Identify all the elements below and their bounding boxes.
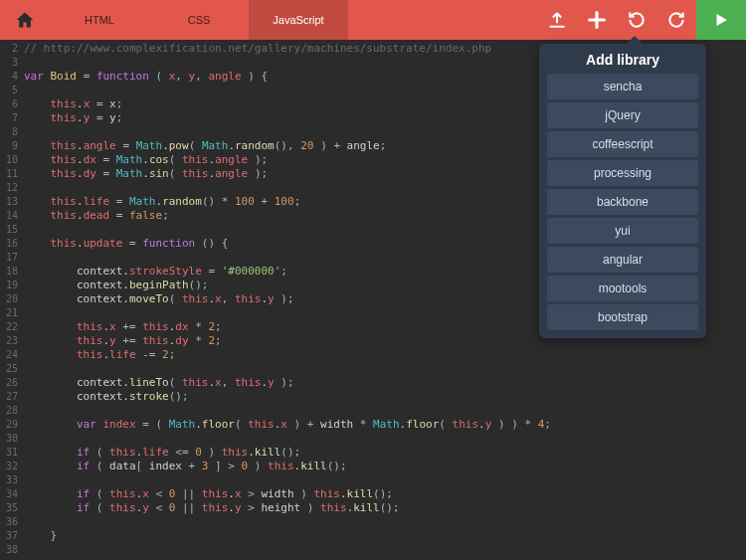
library-item-mootools[interactable]: mootools (547, 276, 698, 301)
add-library-popover: Add library senchajQuerycoffeescriptproc… (539, 44, 706, 338)
upload-button[interactable] (537, 0, 577, 40)
add-button[interactable] (577, 0, 617, 40)
library-item-sencha[interactable]: sencha (547, 74, 698, 99)
toolbar: HTML CSS JavaScript (0, 0, 746, 40)
redo-button[interactable] (656, 0, 696, 40)
library-item-angular[interactable]: angular (547, 247, 698, 273)
code-line[interactable]: if ( this.x < 0 || this.x > width ) this… (24, 487, 746, 501)
code-line[interactable] (24, 362, 746, 376)
undo-icon (627, 10, 647, 30)
redo-icon (666, 10, 686, 30)
code-line[interactable]: if ( this.life <= 0 ) this.kill(); (24, 446, 746, 460)
line-gutter: 2345678910111213141516171819202122232425… (0, 40, 22, 560)
code-line[interactable]: context.stroke(); (24, 390, 746, 404)
code-line[interactable]: } (24, 529, 746, 543)
code-line[interactable]: if ( data[ index + 3 ] > 0 ) this.kill()… (24, 460, 746, 473)
tabs: HTML CSS JavaScript (50, 0, 348, 40)
library-item-bootstrap[interactable]: bootstrap (547, 304, 698, 330)
plus-icon (586, 9, 608, 31)
code-line[interactable]: this.life -= 2; (24, 348, 746, 362)
play-icon (712, 11, 730, 29)
library-item-backbone[interactable]: backbone (547, 189, 698, 215)
popover-title: Add library (547, 52, 698, 68)
run-button[interactable] (696, 0, 746, 40)
toolbar-right (537, 0, 746, 40)
library-item-yui[interactable]: yui (547, 218, 698, 244)
library-item-jquery[interactable]: jQuery (547, 102, 698, 128)
library-item-processing[interactable]: processing (547, 160, 698, 186)
tab-javascript[interactable]: JavaScript (249, 0, 348, 40)
library-list: senchajQuerycoffeescriptprocessingbackbo… (547, 74, 698, 330)
code-line[interactable]: if ( this.y < 0 || this.y > height ) thi… (24, 501, 746, 515)
code-line[interactable] (24, 404, 746, 418)
code-line[interactable]: context.lineTo( this.x, this.y ); (24, 376, 746, 390)
library-item-coffeescript[interactable]: coffeescript (547, 131, 698, 157)
home-button[interactable] (0, 0, 50, 40)
tab-html[interactable]: HTML (50, 0, 149, 40)
home-icon (15, 10, 35, 30)
undo-button[interactable] (617, 0, 656, 40)
code-line[interactable] (24, 473, 746, 487)
code-line[interactable] (24, 432, 746, 446)
code-line[interactable] (24, 543, 746, 557)
code-line[interactable] (24, 515, 746, 529)
tab-css[interactable]: CSS (149, 0, 249, 40)
code-line[interactable]: var index = ( Math.floor( this.x ) + wid… (24, 418, 746, 432)
upload-icon (547, 10, 567, 30)
